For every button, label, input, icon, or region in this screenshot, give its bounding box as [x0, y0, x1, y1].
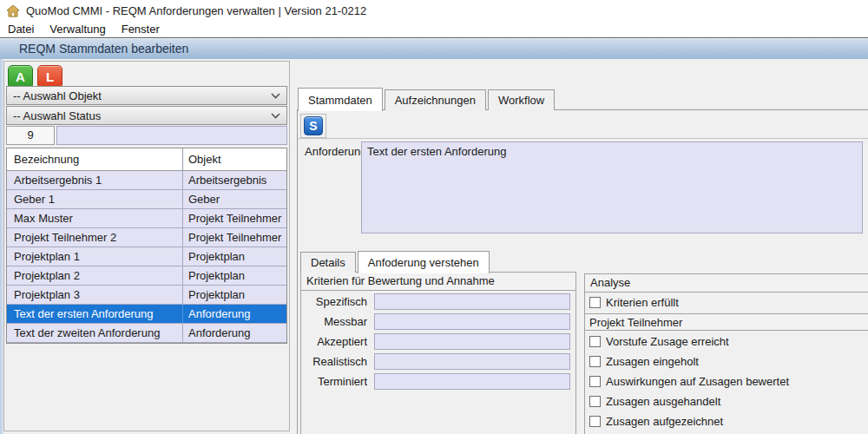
table-row-selected[interactable]: Text der ersten Anforderung Anforderung [7, 305, 286, 324]
chevron-down-icon [271, 93, 280, 99]
anforderung-label: Anforderung [305, 145, 367, 158]
cell-objekt: Projekt Teilnehmer [183, 209, 286, 227]
zusagen-aufgezeichnet-label: Zusagen aufgezeichnet [606, 415, 723, 428]
table-row[interactable]: Geber 1 Geber [7, 190, 286, 209]
cell-bezeichnung: Geber 1 [7, 190, 183, 208]
toolbar-separator [298, 138, 868, 139]
messbar-label: Messbar [301, 315, 374, 328]
kriterien-erfuellt-label: Kriterien erfüllt [606, 296, 679, 309]
checkbox-row[interactable]: Auswirkungen auf Zusagen bewertet [585, 372, 868, 391]
tab-details[interactable]: Details [300, 252, 356, 273]
cell-objekt: Projektplan [183, 247, 286, 266]
cell-objekt: Projekt Teilnehmer [183, 228, 286, 247]
zusagen-eingeholt-label: Zusagen eingeholt [606, 355, 699, 368]
table-row[interactable]: Max Muster Projekt Teilnehmer [7, 209, 286, 228]
left-panel: A L -- Auswahl Objekt -- Auswahl Status … [3, 61, 290, 431]
status-select-value: -- Auswahl Status [13, 109, 101, 122]
filter-input[interactable] [56, 126, 287, 145]
auswirkungen-bewertet-label: Auswirkungen auf Zusagen bewertet [606, 375, 789, 388]
realistisch-label: Realistisch [301, 355, 374, 368]
tab-aufzeichnungen[interactable]: Aufzeichnungen [385, 89, 486, 110]
save-icon: S [304, 116, 323, 135]
cell-objekt: Arbeitsergebnis [183, 171, 286, 189]
app-icon [6, 4, 20, 18]
checkbox-row[interactable]: Zusagen aufgezeichnet [585, 411, 868, 431]
table-row[interactable]: Text der zweiten Anforderung Anforderung [7, 324, 286, 343]
cell-objekt: Geber [183, 190, 286, 208]
cell-objekt: Anforderung [183, 305, 286, 323]
cell-bezeichnung: Projektplan 2 [7, 266, 183, 285]
cell-objekt: Anforderung [183, 324, 286, 342]
menubar: Datei Verwaltung Fenster [0, 22, 868, 37]
add-button[interactable]: A [8, 65, 33, 89]
table-row[interactable]: Projektplan 1 Projektplan [7, 247, 286, 266]
save-button[interactable]: S [300, 114, 326, 138]
kriterien-erfuellt-checkbox[interactable] [589, 297, 601, 308]
cell-objekt: Projektplan [183, 286, 286, 304]
window-title: QuoMod CMMI - REQM Anforderungen verwalt… [26, 4, 366, 17]
checkbox-row[interactable]: Kriterien erfüllt [585, 293, 868, 312]
cell-bezeichnung: Arbeitsergebnis 1 [7, 171, 183, 189]
main-tabstrip: Stammdaten Aufzeichnungen Workflow [298, 87, 556, 110]
zusagen-ausgehandelt-label: Zusagen ausgehandelt [606, 395, 720, 408]
status-select[interactable]: -- Auswahl Status [6, 106, 287, 125]
cell-bezeichnung: Projektplan 1 [7, 247, 183, 266]
spezifisch-label: Spezifisch [301, 295, 374, 308]
terminiert-label: Terminiert [301, 375, 374, 388]
projekt-teilnehmer-subtitle: Projekt Teilnehmer [585, 313, 868, 331]
titlebar: QuoMod CMMI - REQM Anforderungen verwalt… [0, 0, 868, 22]
objekt-select[interactable]: -- Auswahl Objekt [6, 86, 287, 105]
kriterien-group-title: Kriterien für Bewertung und Annahme [301, 273, 575, 291]
checkbox-row[interactable]: Vorstufe Zusage erreicht [585, 332, 868, 352]
analyse-group: Analyse Kriterien erfüllt Projekt Teilne… [584, 273, 868, 434]
table-row[interactable]: Projekt Teilnehmer 2 Projekt Teilnehmer [7, 228, 286, 247]
tab-stammdaten[interactable]: Stammdaten [298, 88, 383, 111]
checkbox-row[interactable]: Zusagen eingeholt [585, 352, 868, 372]
zusagen-eingeholt-checkbox[interactable] [589, 356, 601, 367]
record-count: 9 [6, 126, 55, 145]
cell-objekt: Projektplan [183, 266, 286, 285]
akzeptiert-input[interactable] [374, 333, 570, 350]
menu-item-verwaltung[interactable]: Verwaltung [42, 22, 113, 37]
analyse-group-title: Analyse [585, 274, 868, 293]
auswirkungen-bewertet-checkbox[interactable] [589, 376, 601, 387]
table-row[interactable]: Projektplan 2 Projektplan [7, 266, 286, 286]
objects-table: Bezeichnung Objekt Arbeitsergebnis 1 Arb… [6, 148, 287, 344]
column-header-objekt[interactable]: Objekt [183, 148, 286, 170]
cell-bezeichnung: Text der ersten Anforderung [7, 305, 183, 323]
zusagen-ausgehandelt-checkbox[interactable] [589, 396, 601, 407]
realistisch-input[interactable] [374, 353, 570, 370]
vorstufe-zusage-label: Vorstufe Zusage erreicht [606, 335, 729, 348]
terminiert-input[interactable] [374, 373, 570, 390]
checkbox-row[interactable]: Zusagen ausgehandelt [585, 391, 868, 411]
table-header-row: Bezeichnung Objekt [7, 148, 286, 171]
spezifisch-input[interactable] [374, 293, 570, 310]
menu-item-fenster[interactable]: Fenster [114, 22, 168, 37]
cell-bezeichnung: Projekt Teilnehmer 2 [7, 228, 183, 247]
menu-item-datei[interactable]: Datei [0, 22, 42, 37]
tab-workflow[interactable]: Workflow [488, 89, 555, 110]
akzeptiert-label: Akzeptiert [301, 335, 374, 348]
objekt-select-value: -- Auswahl Objekt [13, 89, 102, 102]
table-row[interactable]: Arbeitsergebnis 1 Arbeitsergebnis [7, 171, 286, 190]
zusagen-aufgezeichnet-checkbox[interactable] [589, 416, 601, 427]
anforderung-textarea[interactable]: Text der ersten Anforderung [361, 141, 863, 233]
table-row[interactable]: Projektplan 3 Projektplan [7, 286, 286, 305]
sub-tabstrip: Details Anfoderung verstehen [300, 250, 491, 273]
cell-bezeichnung: Text der zweiten Anforderung [7, 324, 183, 342]
tab-anforderung-verstehen[interactable]: Anfoderung verstehen [358, 251, 490, 273]
cell-bezeichnung: Max Muster [7, 209, 183, 227]
messbar-input[interactable] [374, 313, 570, 330]
delete-button[interactable]: L [37, 65, 62, 89]
page-title: REQM Stammdaten bearbeiten [0, 37, 868, 59]
chevron-down-icon [271, 113, 280, 119]
column-header-bezeichnung[interactable]: Bezeichnung [7, 148, 183, 170]
stammdaten-tab-content: S Anforderung Text der ersten Anforderun… [297, 109, 868, 434]
vorstufe-zusage-checkbox[interactable] [589, 336, 601, 347]
kriterien-group: Kriterien für Bewertung und Annahme Spez… [300, 272, 576, 434]
cell-bezeichnung: Projektplan 3 [7, 286, 183, 304]
